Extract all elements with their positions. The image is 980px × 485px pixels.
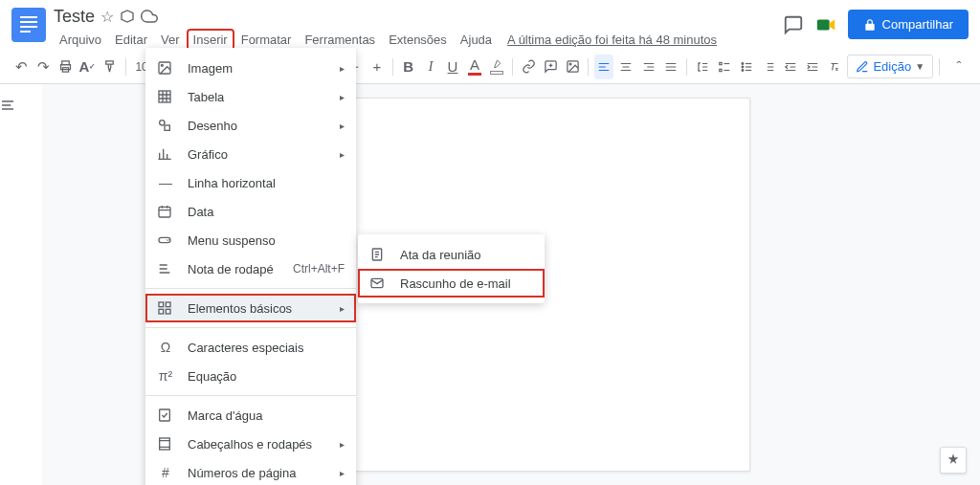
insert-headers-footers-item[interactable]: Cabeçalhos e rodapés ▸	[145, 430, 356, 458]
meeting-notes-item[interactable]: Ata da reunião	[358, 240, 545, 269]
edit-mode-select[interactable]: Edição ▼	[847, 55, 933, 78]
edit-mode-label: Edição	[873, 59, 911, 74]
insert-building-blocks-item[interactable]: Elementos básicos ▸	[145, 294, 356, 322]
clear-formatting-button[interactable]	[825, 55, 844, 79]
svg-rect-6	[719, 62, 721, 64]
doc-title[interactable]: Teste	[54, 7, 95, 27]
hr-icon: —	[157, 175, 174, 190]
image-icon	[157, 60, 174, 76]
undo-button[interactable]: ↶	[11, 55, 31, 79]
comment-history-icon[interactable]	[783, 14, 804, 35]
svg-rect-22	[160, 409, 170, 421]
insert-chart-item[interactable]: Gráfico ▸	[145, 140, 356, 168]
checklist-button[interactable]	[715, 55, 734, 79]
drawing-icon	[157, 118, 174, 133]
spellcheck-button[interactable]: A✓	[78, 55, 97, 79]
docs-logo[interactable]	[11, 8, 46, 42]
submenu-arrow-icon: ▸	[340, 63, 345, 74]
equation-icon: π²	[157, 368, 174, 384]
title-area: Teste ☆ Arquivo Editar Ver Inserir Forma…	[54, 6, 775, 50]
svg-point-8	[742, 62, 744, 64]
insert-drawing-item[interactable]: Desenho ▸	[145, 111, 356, 140]
redo-button[interactable]: ↷	[33, 55, 53, 79]
insert-special-chars-item[interactable]: Ω Caracteres especiais	[145, 333, 356, 362]
align-center-button[interactable]	[616, 55, 635, 79]
header: Teste ☆ Arquivo Editar Ver Inserir Forma…	[0, 0, 980, 50]
insert-page-numbers-item[interactable]: # Números de página ▸	[145, 458, 356, 485]
submenu-arrow-icon: ▸	[340, 121, 345, 131]
highlight-button[interactable]	[487, 55, 506, 79]
building-blocks-icon	[157, 300, 174, 316]
insert-watermark-item[interactable]: Marca d'água	[145, 401, 356, 430]
menu-tools[interactable]: Ferramentas	[299, 30, 381, 50]
menu-help[interactable]: Ajuda	[455, 30, 498, 50]
svg-point-10	[742, 69, 744, 71]
numbered-list-button[interactable]	[759, 55, 778, 79]
align-right-button[interactable]	[639, 55, 658, 79]
outline-rail	[0, 84, 42, 485]
special-chars-icon: Ω	[157, 340, 174, 355]
menu-insert[interactable]: Inserir	[188, 30, 234, 50]
decrease-indent-button[interactable]	[781, 55, 800, 79]
add-comment-button[interactable]	[541, 55, 560, 79]
align-left-button[interactable]	[594, 55, 613, 79]
submenu-arrow-icon: ▸	[340, 468, 345, 478]
bold-button[interactable]: B	[399, 55, 418, 79]
menu-file[interactable]: Arquivo	[54, 30, 107, 50]
print-button[interactable]	[56, 55, 75, 79]
menu-separator	[145, 395, 356, 396]
move-icon[interactable]	[120, 9, 135, 24]
header-right: Compartilhar	[783, 10, 969, 39]
page-numbers-icon: #	[157, 465, 174, 480]
insert-table-item[interactable]: Tabela ▸	[145, 82, 356, 111]
menu-format[interactable]: Formatar	[235, 30, 298, 50]
collapse-toolbar-button[interactable]: ˆ	[949, 55, 969, 79]
share-button[interactable]: Compartilhar	[848, 10, 969, 39]
insert-image-button[interactable]	[563, 55, 582, 79]
insert-image-item[interactable]: Imagem ▸	[145, 54, 356, 82]
star-icon[interactable]: ☆	[100, 8, 114, 26]
font-size-increase[interactable]: +	[368, 55, 387, 79]
insert-dropdown: Imagem ▸ Tabela ▸ Desenho ▸ Gráfico ▸ — …	[145, 48, 356, 485]
svg-rect-23	[160, 438, 170, 450]
menu-view[interactable]: Ver	[155, 30, 186, 50]
menu-separator	[145, 327, 356, 328]
email-draft-item[interactable]: Rascunho de e-mail	[358, 269, 545, 298]
svg-rect-7	[719, 69, 721, 71]
svg-rect-13	[159, 91, 170, 102]
meeting-notes-icon	[369, 247, 387, 262]
footnote-icon	[157, 261, 174, 276]
insert-hr-item[interactable]: — Linha horizontal	[145, 168, 356, 197]
svg-point-14	[160, 121, 165, 125]
share-label: Compartilhar	[882, 17, 953, 32]
insert-footnote-item[interactable]: Nota de rodapé Ctrl+Alt+F	[145, 254, 356, 283]
headers-footers-icon	[157, 436, 174, 452]
align-justify-button[interactable]	[661, 55, 680, 79]
table-icon	[157, 89, 174, 104]
svg-rect-19	[166, 302, 170, 307]
explore-button[interactable]	[940, 447, 967, 474]
increase-indent-button[interactable]	[803, 55, 822, 79]
svg-point-5	[569, 63, 571, 65]
insert-equation-item[interactable]: π² Equação	[145, 362, 356, 390]
submenu-arrow-icon: ▸	[340, 303, 345, 314]
underline-button[interactable]: U	[443, 55, 462, 79]
menu-edit[interactable]: Editar	[109, 30, 153, 50]
cloud-status-icon[interactable]	[141, 8, 158, 25]
italic-button[interactable]: I	[421, 55, 440, 79]
outline-icon[interactable]	[0, 98, 41, 113]
meet-icon[interactable]	[815, 14, 836, 35]
insert-link-button[interactable]	[519, 55, 538, 79]
bullet-list-button[interactable]	[737, 55, 756, 79]
line-spacing-button[interactable]	[693, 55, 712, 79]
last-edit-link[interactable]: A última edição foi feita há 48 minutos	[507, 30, 717, 50]
paint-format-button[interactable]	[100, 55, 120, 79]
insert-dropdown-item[interactable]: Menu suspenso	[145, 226, 356, 254]
svg-rect-15	[165, 125, 169, 130]
building-blocks-submenu: Ata da reunião Rascunho de e-mail	[358, 234, 545, 303]
svg-rect-20	[159, 309, 164, 314]
svg-rect-21	[166, 309, 170, 314]
menu-extensions[interactable]: Extensões	[383, 30, 453, 50]
text-color-button[interactable]: A	[465, 55, 484, 79]
insert-date-item[interactable]: Data	[145, 197, 356, 226]
